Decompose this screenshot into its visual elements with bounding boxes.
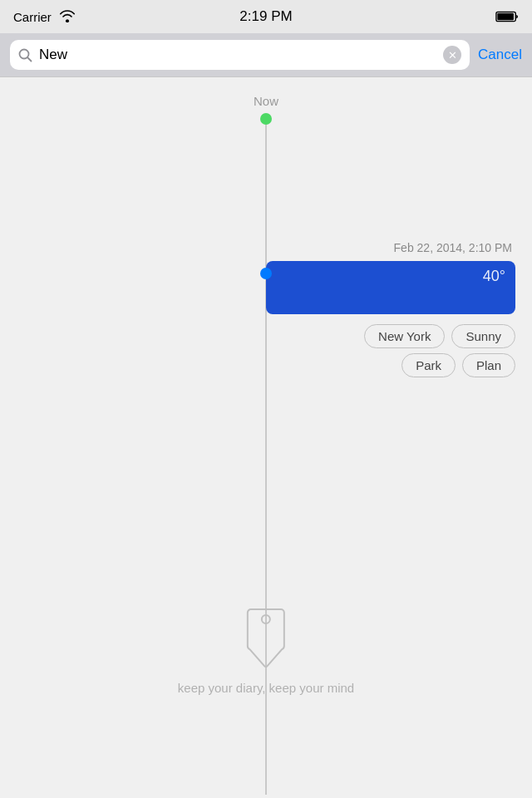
status-time: 2:19 PM	[239, 8, 292, 25]
wifi-icon	[58, 9, 76, 25]
entry-date: Feb 22, 2014, 2:10 PM	[394, 241, 512, 254]
entry-dot	[260, 268, 272, 279]
tag-sunny[interactable]: Sunny	[451, 324, 515, 348]
bottom-decoration: keep your diary, keep your mind	[178, 608, 354, 695]
main-content: Now Feb 22, 2014, 2:10 PM 40° New York S…	[0, 77, 532, 795]
tag-plan[interactable]: Plan	[462, 353, 515, 377]
search-bar: ✕ Cancel	[0, 33, 532, 76]
now-dot	[260, 113, 272, 125]
slogan: keep your diary, keep your mind	[178, 681, 354, 695]
carrier-label: Carrier	[13, 10, 52, 24]
tag-new-york[interactable]: New York	[364, 324, 445, 348]
search-input-wrapper: ✕	[10, 40, 470, 70]
svg-rect-1	[497, 13, 514, 20]
cancel-button[interactable]: Cancel	[478, 47, 522, 63]
battery-icon	[495, 11, 519, 22]
search-input[interactable]	[39, 47, 436, 63]
svg-line-3	[27, 57, 32, 62]
entry-section: Feb 22, 2014, 2:10 PM 40° New York Sunny…	[0, 241, 532, 382]
search-icon	[18, 48, 32, 62]
entry-number: 40°	[483, 268, 505, 285]
tag-icon	[244, 608, 288, 671]
now-label: Now	[254, 94, 278, 108]
timeline-top: Now	[0, 77, 532, 125]
tags-row-2: Park Plan	[401, 353, 515, 377]
entry-card[interactable]: 40°	[266, 261, 515, 314]
clear-button[interactable]: ✕	[443, 46, 461, 64]
tag-park[interactable]: Park	[401, 353, 456, 377]
status-bar: Carrier 2:19 PM	[0, 0, 532, 33]
tags-row: New York Sunny	[364, 324, 515, 348]
svg-point-4	[262, 615, 270, 623]
